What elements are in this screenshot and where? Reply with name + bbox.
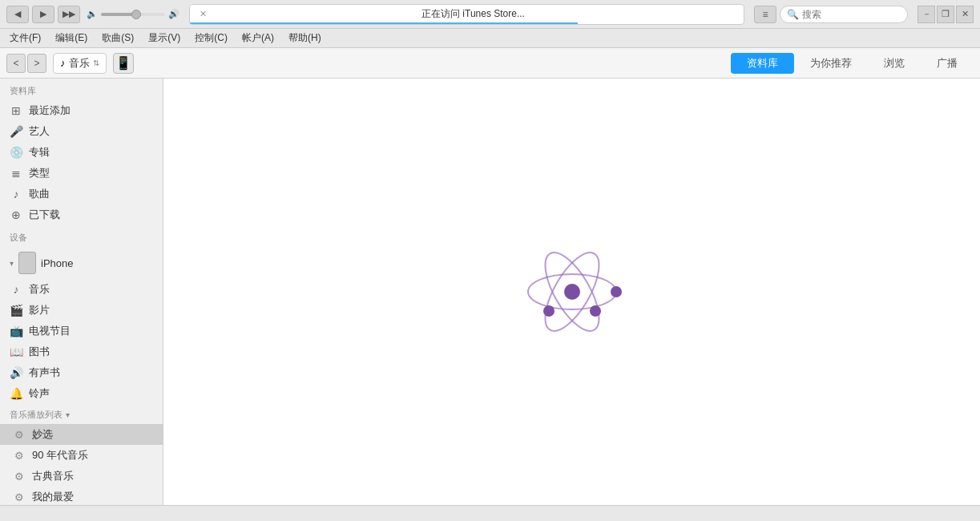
playlist-item-label: 古典音乐 [32,469,74,483]
sidebar-item-label: 铃声 [29,386,153,401]
store-tab-title: 正在访问 iTunes Store... [209,7,737,21]
library-header: 资料库 [0,79,163,100]
section-selector-text: 音乐 [69,56,90,71]
content-area [163,79,980,505]
classical-playlist-icon: ⚙ [13,471,26,483]
forward-button[interactable]: > [27,54,46,73]
nav-tab-资料库[interactable]: 资料库 [731,53,794,74]
search-icon: 🔍 [787,9,799,20]
songs-icon: ♪ [10,188,22,200]
sidebar-item-label: 艺人 [29,124,153,139]
nav-bar: < > ♪ 音乐 ⇅ 📱 资料库为你推荐浏览广播 [0,48,980,79]
sidebar-item-label: 图书 [29,345,153,359]
menu-item[interactable]: 显示(V) [142,30,187,46]
search-box[interactable]: 🔍 [780,6,908,23]
nav-arrows: < > [6,54,46,73]
menu-item[interactable]: 控制(C) [188,30,234,46]
nav-tab-为你推荐[interactable]: 为你推荐 [794,53,868,74]
search-input[interactable] [802,9,898,20]
device-thumbnail [18,252,36,274]
sidebar-item-songs[interactable]: ♪ 歌曲 [0,184,163,204]
phone-icon: 📱 [115,55,131,71]
playlist-header[interactable]: 音乐播放列表 ▾ [0,404,163,424]
albums-icon: 💿 [10,146,22,159]
volume-high-icon: 🔊 [168,9,179,19]
sidebar-item-label: 最近添加 [29,103,153,118]
svg-point-0 [564,284,580,300]
sidebar-item-iphone-books[interactable]: 📖 图书 [0,341,163,362]
section-selector-chevron: ⇅ [93,59,99,67]
nav-tabs: 资料库为你推荐浏览广播 [731,53,974,74]
menu-item[interactable]: 帮助(H) [282,30,328,46]
menu-item[interactable]: 歌曲(S) [95,30,140,46]
iphone-audiobooks-icon: 🔊 [10,366,22,379]
expand-arrow-icon: ▾ [10,259,14,268]
downloaded-icon: ⊕ [10,208,22,221]
genius-playlist-icon: ⚙ [13,429,26,441]
volume-slider[interactable]: 🔈 🔊 [87,9,179,19]
sidebar-item-iphone-movies[interactable]: 🎬 影片 [0,300,163,321]
sidebar-item-genres[interactable]: ≣ 类型 [0,163,163,184]
playlist-header-text: 音乐播放列表 [10,409,63,421]
window-controls: － ❐ ✕ [917,6,974,23]
device-row[interactable]: ▾ iPhone [0,247,163,279]
sidebar-item-label: 影片 [29,303,153,317]
sidebar-item-label: 专辑 [29,145,153,160]
menu-item[interactable]: 帐户(A) [236,30,280,46]
close-button[interactable]: ✕ [956,6,974,23]
iphone-tv-icon: 📺 [10,325,22,337]
sidebar: 资料库 ⊞ 最近添加 🎤 艺人 💿 专辑 ≣ 类型 ♪ 歌曲 ⊕ 已下载 设备 … [0,79,163,505]
prev-button[interactable]: ◀ [6,6,29,23]
back-button[interactable]: < [6,54,26,73]
90s-playlist-icon: ⚙ [13,450,26,462]
sidebar-item-albums[interactable]: 💿 专辑 [0,142,163,163]
volume-thumb[interactable] [131,10,141,19]
playlist-item-genius[interactable]: ⚙ 妙选 [0,424,163,445]
volume-low-icon: 🔈 [87,9,98,19]
menu-item[interactable]: 文件(F) [3,30,47,46]
store-loading-progress [190,22,578,24]
playlist-item-label: 我的最爱 [32,490,74,504]
atom-illustration [512,232,632,352]
nav-tab-广播[interactable]: 广播 [921,53,974,74]
sidebar-item-iphone-music[interactable]: ♪ 音乐 [0,279,163,300]
sidebar-item-artists[interactable]: 🎤 艺人 [0,121,163,142]
next-button[interactable]: ▶▶ [58,6,80,23]
playlist-item-90s[interactable]: ⚙ 90 年代音乐 [0,445,163,466]
playback-controls: ◀ ▶ ▶▶ [6,6,80,23]
sidebar-item-iphone-audiobooks[interactable]: 🔊 有声书 [0,362,163,383]
sidebar-item-label: 音乐 [29,282,153,297]
sidebar-item-iphone-tv[interactable]: 📺 电视节目 [0,321,163,341]
menu-item[interactable]: 编辑(E) [49,30,94,46]
playlist-item-label: 90 年代音乐 [32,448,88,462]
favorites-playlist-icon: ⚙ [13,491,26,503]
sidebar-item-label: 类型 [29,166,153,180]
iphone-tones-icon: 🔔 [10,387,22,400]
recently-added-icon: ⊞ [10,104,22,117]
sidebar-item-label: 有声书 [29,366,153,380]
store-tab[interactable]: ✕ 正在访问 iTunes Store... [189,4,744,25]
store-tab-close-button[interactable]: ✕ [196,8,209,21]
section-selector[interactable]: ♪ 音乐 ⇅ [53,53,107,74]
sidebar-item-downloaded[interactable]: ⊕ 已下载 [0,204,163,225]
nav-tab-浏览[interactable]: 浏览 [868,53,921,74]
playlist-item-favorites[interactable]: ⚙ 我的最爱 [0,487,163,505]
title-bar: ◀ ▶ ▶▶ 🔈 🔊 ✕ 正在访问 iTunes Store... ≡ 🔍 － … [0,0,980,29]
device-button[interactable]: 📱 [113,53,134,74]
svg-point-6 [590,305,601,317]
play-button[interactable]: ▶ [32,6,54,23]
list-view-button[interactable]: ≡ [754,6,776,23]
maximize-button[interactable]: ❐ [937,6,954,23]
minimize-button[interactable]: － [917,6,935,23]
devices-header: 设备 [0,225,163,247]
sidebar-item-iphone-tones[interactable]: 🔔 铃声 [0,383,163,404]
playlist-item-classical[interactable]: ⚙ 古典音乐 [0,466,163,487]
sidebar-item-label: 电视节目 [29,324,153,338]
iphone-books-icon: 📖 [10,345,22,358]
playlist-expand-icon: ▾ [66,410,70,419]
sidebar-item-label: 歌曲 [29,187,153,201]
svg-point-5 [543,305,555,317]
volume-track[interactable] [101,13,165,16]
main-layout: 资料库 ⊞ 最近添加 🎤 艺人 💿 专辑 ≣ 类型 ♪ 歌曲 ⊕ 已下载 设备 … [0,79,980,505]
sidebar-item-recently-added[interactable]: ⊞ 最近添加 [0,100,163,121]
